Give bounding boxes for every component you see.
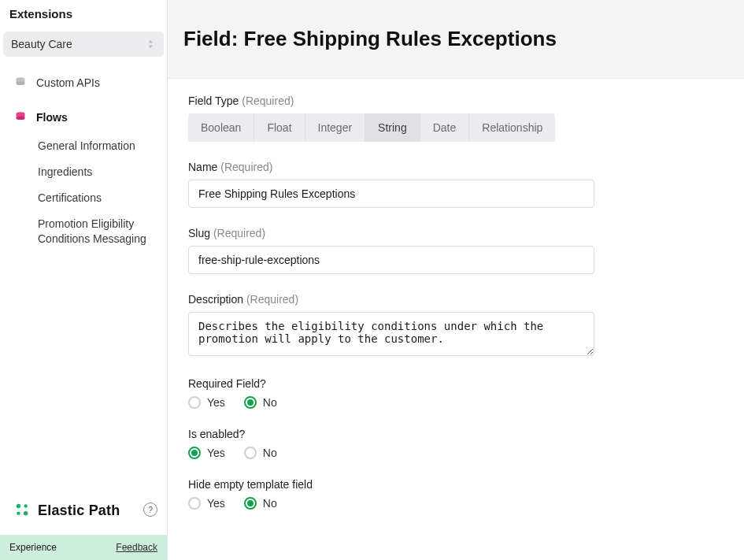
required-text: (Required) [246,293,298,306]
sidebar-sub-promo-eligibility[interactable]: Promotion Eligibility Conditions Messagi… [35,212,167,251]
slug-label: Slug (Required) [188,227,725,239]
name-group: Name (Required) [188,161,725,208]
sidebar-sub-general-information[interactable]: General Information [35,134,167,158]
field-type-label: Field Type (Required) [188,95,725,107]
hide-empty-group: Hide empty template field Yes No [188,478,725,510]
radio-icon [244,396,257,409]
sidebar-item-flows[interactable]: Flows [0,106,167,129]
required-field-group: Required Field? Yes No [188,377,725,409]
radio-icon [244,447,257,459]
slug-label-text: Slug [188,227,210,239]
radio-icon [188,447,201,459]
sidebar-sub-certifications[interactable]: Certifications [35,186,167,210]
description-group: Description (Required) [188,293,725,358]
name-input[interactable] [188,180,594,208]
sidebar-sub-ingredients[interactable]: Ingredients [35,160,167,184]
database-gray-icon [13,75,28,91]
sidebar: Extensions Beauty Care Custom APIs [0,0,167,560]
sidebar-item-custom-apis[interactable]: Custom APIs [0,71,167,95]
field-type-group: Field Type (Required) Boolean Float Inte… [188,95,725,142]
main: Field: Free Shipping Rules Exceptions Fi… [167,0,744,560]
is-enabled-no[interactable]: No [244,447,277,459]
form-content: Field Type (Required) Boolean Float Inte… [168,79,744,560]
field-type-option-boolean[interactable]: Boolean [188,113,254,142]
is-enabled-label: Is enabled? [188,428,725,440]
field-type-option-integer[interactable]: Integer [305,113,366,142]
hide-empty-no[interactable]: No [244,497,277,510]
svg-point-4 [17,504,21,509]
page-title: Field: Free Shipping Rules Exceptions [183,27,557,51]
radio-icon [188,497,201,510]
field-type-option-float[interactable]: Float [254,113,305,142]
is-enabled-radios: Yes No [188,447,725,459]
radio-label: Yes [207,447,225,459]
help-icon[interactable]: ? [143,503,157,517]
required-field-yes[interactable]: Yes [188,396,225,409]
field-type-option-date[interactable]: Date [420,113,470,142]
hide-empty-yes[interactable]: Yes [188,497,225,510]
radio-label: Yes [207,396,225,409]
radio-label: No [263,447,277,459]
sidebar-item-label: Flows [36,111,68,124]
brand-name: Elastic Path [38,503,120,519]
svg-point-3 [17,117,25,120]
page-header: Field: Free Shipping Rules Exceptions [168,0,744,79]
is-enabled-yes[interactable]: Yes [188,447,225,459]
brand: Elastic Path [14,502,120,519]
store-selector-label: Beauty Care [11,38,72,50]
required-text: (Required) [242,95,294,107]
required-field-label: Required Field? [188,377,725,390]
sidebar-title: Extensions [0,0,167,27]
sidebar-nav: Custom APIs Flows General Information In… [0,60,167,250]
required-field-no[interactable]: No [244,396,277,409]
brand-logo-icon [14,502,31,519]
radio-label: No [263,497,277,510]
radio-icon [244,497,257,510]
svg-point-6 [17,511,20,514]
radio-label: No [263,396,277,409]
required-text: (Required) [220,161,272,173]
bottom-bar-left: Experience [9,542,57,553]
radio-label: Yes [207,497,225,510]
svg-point-5 [24,504,27,507]
description-label: Description (Required) [188,293,725,306]
is-enabled-group: Is enabled? Yes No [188,428,725,459]
field-type-option-string[interactable]: String [365,113,420,142]
field-type-option-relationship[interactable]: Relationship [469,113,555,142]
svg-point-1 [17,82,25,85]
sidebar-item-label: Custom APIs [36,76,100,89]
radio-icon [188,396,201,409]
name-label-text: Name [188,161,217,173]
description-label-text: Description [188,293,243,306]
slug-input[interactable] [188,246,594,274]
hide-empty-label: Hide empty template field [188,478,725,491]
store-selector[interactable]: Beauty Care [3,32,164,57]
sidebar-bottom-bar: Experience Feedback [0,535,167,560]
field-type-segmented: Boolean Float Integer String Date Relati… [188,113,555,142]
description-input[interactable] [188,312,594,356]
hide-empty-radios: Yes No [188,497,725,510]
svg-point-7 [24,511,28,516]
required-field-radios: Yes No [188,396,725,409]
required-text: (Required) [213,227,265,239]
database-pink-icon [13,109,28,125]
field-type-label-text: Field Type [188,95,239,107]
feedback-link[interactable]: Feedback [116,542,157,553]
chevron-sort-icon [145,39,156,50]
slug-group: Slug (Required) [188,227,725,274]
name-label: Name (Required) [188,161,725,173]
sidebar-subnav: General Information Ingredients Certific… [0,129,167,250]
